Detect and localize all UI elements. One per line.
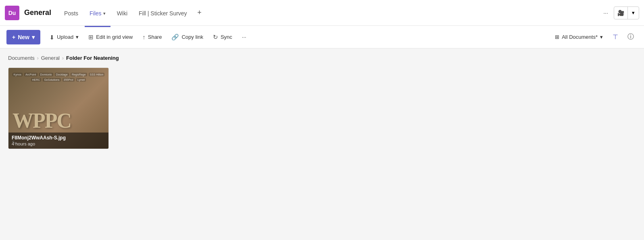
upload-chevron-icon: ▾ bbox=[76, 34, 79, 40]
info-button[interactable]: ⓘ bbox=[624, 30, 638, 44]
content-area: Kynos ArcPoint Domicelo Docklage RegisRa… bbox=[0, 64, 644, 218]
files-tab-chevron-icon: ▾ bbox=[103, 11, 106, 16]
add-tab-button[interactable]: + bbox=[194, 7, 206, 19]
meet-chevron-button[interactable]: ▾ bbox=[627, 7, 639, 19]
new-button[interactable]: + Posts New ▾ bbox=[6, 30, 40, 44]
link-icon: 🔗 bbox=[171, 34, 179, 41]
tab-sticker-survey[interactable]: Fill | Sticker Survey bbox=[134, 1, 192, 27]
edit-grid-view-button[interactable]: ⊞ Edit in grid view bbox=[84, 30, 137, 44]
sync-icon: ↻ bbox=[213, 34, 218, 41]
meet-chevron-icon: ▾ bbox=[632, 10, 635, 16]
new-plus-icon: + bbox=[12, 34, 15, 40]
event-banner: Kynos ArcPoint Domicelo Docklage RegisRa… bbox=[8, 73, 108, 82]
files-grid: Kynos ArcPoint Domicelo Docklage RegisRa… bbox=[8, 67, 636, 149]
top-nav: Du General Posts Files ▾ Wiki Fill | Sti… bbox=[0, 0, 644, 26]
tab-posts[interactable]: Posts bbox=[59, 1, 83, 27]
breadcrumb: Documents › General › Folder For Neateni… bbox=[0, 48, 644, 64]
avatar[interactable]: Du bbox=[5, 6, 19, 20]
list-item[interactable]: Kynos ArcPoint Domicelo Docklage RegisRa… bbox=[8, 67, 109, 149]
filter-button[interactable]: ⊤ bbox=[609, 30, 622, 44]
view-icon: ⊞ bbox=[555, 34, 559, 40]
more-tools-icon: ··· bbox=[242, 34, 246, 40]
breadcrumb-current: Folder For Neatening bbox=[66, 55, 119, 61]
meet-button-group: 🎥 ▾ bbox=[614, 6, 639, 19]
all-docs-chevron-icon: ▾ bbox=[600, 34, 603, 40]
more-options-button[interactable]: ··· bbox=[599, 6, 612, 19]
tab-files[interactable]: Files ▾ bbox=[85, 1, 110, 27]
new-chevron-icon: ▾ bbox=[32, 34, 35, 40]
file-info-overlay: F8Monj2WwAAsh-S.jpg 4 hours ago bbox=[8, 133, 108, 149]
toolbar: + Posts New ▾ ⬆ Upload ▾ ⊞ Edit in grid … bbox=[0, 26, 644, 48]
ellipsis-icon: ··· bbox=[603, 10, 608, 16]
nav-right-controls: ··· 🎥 ▾ bbox=[599, 6, 639, 19]
wppc-letters: WPPC bbox=[13, 109, 71, 133]
tab-wiki[interactable]: Wiki bbox=[112, 1, 132, 27]
breadcrumb-sep-2: › bbox=[62, 55, 64, 61]
breadcrumb-sep-1: › bbox=[37, 55, 39, 61]
filter-icon: ⊤ bbox=[613, 33, 618, 41]
share-icon: ↑ bbox=[142, 34, 146, 40]
sync-button[interactable]: ↻ Sync bbox=[209, 30, 236, 44]
upload-button[interactable]: ⬆ Upload ▾ bbox=[45, 30, 83, 44]
file-time: 4 hours ago bbox=[12, 141, 105, 146]
grid-icon: ⊞ bbox=[88, 34, 94, 41]
more-tools-button[interactable]: ··· bbox=[238, 30, 250, 44]
upload-icon: ⬆ bbox=[49, 34, 54, 41]
channel-title: General bbox=[24, 8, 51, 17]
meet-main-button[interactable]: 🎥 bbox=[614, 7, 627, 19]
info-icon: ⓘ bbox=[627, 33, 634, 41]
breadcrumb-root[interactable]: Documents bbox=[8, 55, 35, 61]
copy-link-button[interactable]: 🔗 Copy link bbox=[167, 30, 207, 44]
file-name: F8Monj2WwAAsh-S.jpg bbox=[12, 135, 105, 141]
file-thumbnail: Kynos ArcPoint Domicelo Docklage RegisRa… bbox=[8, 68, 108, 149]
all-documents-button[interactable]: ⊞ All Documents* ▾ bbox=[551, 30, 607, 44]
breadcrumb-parent[interactable]: General bbox=[41, 55, 60, 61]
share-button[interactable]: ↑ Share bbox=[138, 30, 166, 44]
camera-icon: 🎥 bbox=[617, 10, 624, 16]
